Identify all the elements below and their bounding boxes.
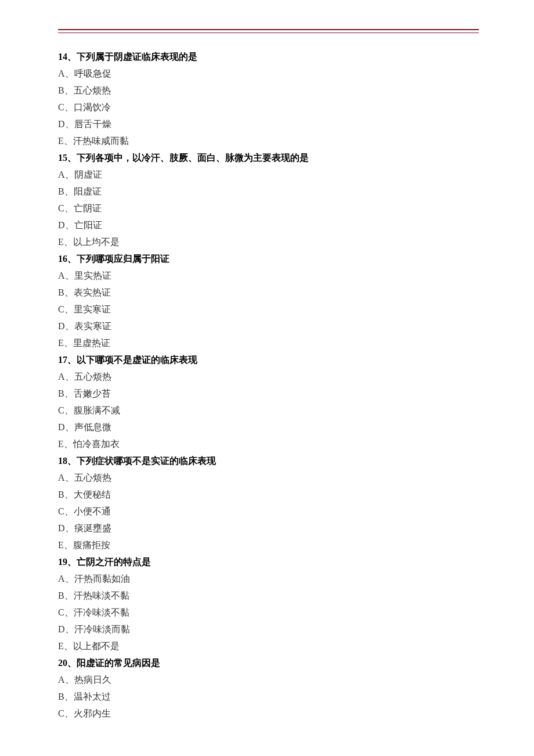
option-label: E: [58, 338, 64, 348]
option-separator: 、: [65, 271, 74, 280]
option-label: C: [58, 304, 64, 314]
option-label: E: [58, 641, 64, 651]
option-label: B: [58, 591, 64, 600]
question-text: 、下列哪项应归属于阳证: [67, 254, 169, 264]
option-separator: 、: [65, 321, 74, 331]
answer-option: A、五心烦热: [58, 469, 479, 486]
question-text: 、以下哪项不是虚证的临床表现: [67, 355, 197, 365]
option-separator: 、: [64, 186, 74, 196]
option-label: C: [58, 708, 64, 718]
answer-option: B、五心烦热: [58, 82, 479, 99]
question-number: 16: [58, 254, 67, 264]
option-label: A: [58, 372, 65, 381]
option-label: C: [58, 607, 64, 617]
answer-option: A、汗热而黏如油: [58, 570, 479, 587]
option-separator: 、: [65, 675, 74, 685]
option-label: E: [58, 439, 64, 449]
option-text: 亡阴证: [74, 203, 102, 213]
answer-option: C、里实寒证: [58, 301, 479, 318]
option-separator: 、: [65, 69, 74, 78]
option-text: 小便不通: [74, 506, 111, 516]
question-block: 18、下列症状哪项不是实证的临床表现A、五心烦热B、大便秘结C、小便不通D、痰涎…: [58, 452, 479, 553]
question-text: 、下列症状哪项不是实证的临床表现: [67, 456, 216, 466]
question-title: 19、亡阴之汗的特点是: [58, 553, 479, 570]
option-label: A: [58, 473, 65, 483]
question-block: 14、下列属于阴虚证临床表现的是A、呼吸急促B、五心烦热C、口渴饮冷D、唇舌干燥…: [58, 48, 479, 149]
answer-option: B、阳虚证: [58, 183, 479, 200]
question-title: 17、以下哪项不是虚证的临床表现: [58, 351, 479, 368]
answer-option: C、火邪内生: [58, 705, 479, 722]
option-text: 怕冷喜加衣: [73, 439, 120, 449]
option-label: A: [58, 574, 65, 584]
answer-option: B、温补太过: [58, 688, 479, 705]
answer-option: D、唇舌干燥: [58, 116, 479, 132]
question-number: 20: [58, 658, 67, 668]
option-text: 亡阳证: [74, 220, 102, 230]
option-label: B: [58, 692, 64, 701]
question-block: 16、下列哪项应归属于阳证A、里实热证B、表实热证C、里实寒证D、表实寒证E、里…: [58, 250, 479, 351]
answer-option: C、口渴饮冷: [58, 99, 479, 116]
option-text: 表实寒证: [74, 321, 111, 331]
option-label: D: [58, 119, 65, 129]
option-text: 唇舌干燥: [74, 119, 111, 129]
option-separator: 、: [64, 489, 74, 499]
question-block: 20、阳虚证的常见病因是A、热病日久B、温补太过C、火邪内生: [58, 654, 479, 722]
question-text: 、下列属于阴虚证临床表现的是: [67, 52, 197, 62]
option-separator: 、: [64, 708, 74, 718]
option-text: 以上都不是: [73, 641, 120, 651]
option-label: D: [58, 523, 65, 533]
option-separator: 、: [64, 692, 74, 701]
option-text: 汗热而黏如油: [74, 574, 130, 584]
option-label: B: [58, 388, 64, 398]
answer-option: E、以上均不是: [58, 233, 479, 250]
option-separator: 、: [65, 372, 74, 381]
option-label: E: [58, 136, 64, 146]
option-text: 里虚热证: [73, 338, 110, 348]
option-label: C: [58, 506, 64, 516]
option-label: D: [58, 321, 65, 331]
option-separator: 、: [64, 439, 73, 449]
option-text: 口渴饮冷: [74, 102, 111, 112]
option-text: 腹胀满不减: [74, 405, 120, 415]
question-block: 15、下列各项中，以冷汗、肢厥、面白、脉微为主要表现的是A、阴虚证B、阳虚证C、…: [58, 149, 479, 250]
option-text: 汗冷味淡而黏: [74, 624, 130, 634]
answer-option: C、汗冷味淡不黏: [58, 604, 479, 621]
question-title: 14、下列属于阴虚证临床表现的是: [58, 48, 479, 65]
option-separator: 、: [64, 338, 73, 348]
option-separator: 、: [64, 405, 74, 415]
option-text: 火邪内生: [74, 708, 111, 718]
answer-option: E、里虚热证: [58, 334, 479, 351]
question-block: 17、以下哪项不是虚证的临床表现A、五心烦热B、舌嫩少苔C、腹胀满不减D、声低息…: [58, 351, 479, 452]
answer-option: E、以上都不是: [58, 638, 479, 654]
option-separator: 、: [65, 624, 74, 634]
header-rule-bottom: [58, 33, 479, 33]
option-separator: 、: [64, 85, 74, 95]
option-label: B: [58, 85, 64, 95]
answer-option: B、舌嫩少苔: [58, 385, 479, 402]
option-label: C: [58, 102, 64, 112]
question-block: 19、亡阴之汗的特点是A、汗热而黏如油B、汗热味淡不黏C、汗冷味淡不黏D、汗冷味…: [58, 553, 479, 654]
question-number: 18: [58, 456, 67, 466]
question-text: 、亡阴之汗的特点是: [67, 557, 151, 567]
option-label: B: [58, 287, 64, 297]
question-number: 15: [58, 153, 67, 163]
option-label: A: [58, 675, 65, 685]
answer-option: B、汗热味淡不黏: [58, 587, 479, 604]
option-label: D: [58, 422, 65, 432]
option-separator: 、: [64, 506, 74, 516]
answer-option: C、亡阴证: [58, 200, 479, 217]
question-text: 、下列各项中，以冷汗、肢厥、面白、脉微为主要表现的是: [67, 153, 309, 163]
option-separator: 、: [64, 304, 74, 314]
answer-option: E、怕冷喜加衣: [58, 435, 479, 452]
option-text: 汗热味淡不黏: [74, 591, 129, 600]
option-text: 表实热证: [74, 287, 111, 297]
option-text: 声低息微: [74, 422, 111, 432]
question-title: 15、下列各项中，以冷汗、肢厥、面白、脉微为主要表现的是: [58, 149, 479, 166]
option-label: D: [58, 220, 65, 230]
option-label: C: [58, 405, 64, 415]
answer-option: D、表实寒证: [58, 318, 479, 334]
option-separator: 、: [65, 119, 74, 129]
option-text: 呼吸急促: [74, 69, 111, 78]
answer-option: D、汗冷味淡而黏: [58, 621, 479, 638]
answer-option: B、大便秘结: [58, 486, 479, 503]
